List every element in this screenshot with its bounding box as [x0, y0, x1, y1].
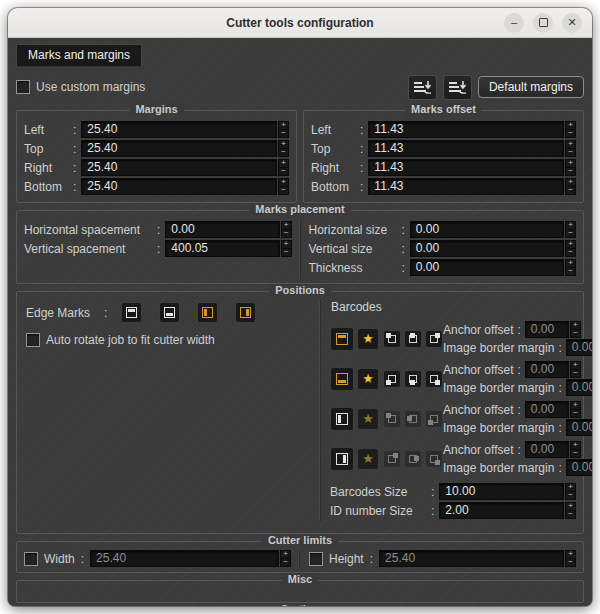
barcode-top-favorite-button[interactable]: ★ — [357, 328, 379, 350]
margin-right-field[interactable]: 25.40 — [81, 159, 277, 176]
barcode-right-border-margin-field[interactable]: 0.00 — [566, 459, 592, 476]
offset-bottom-field[interactable]: 11.43 — [368, 178, 564, 195]
barcode-left-bottom-pos-button[interactable] — [425, 410, 443, 428]
barcode-right-favorite-button[interactable]: ★ — [357, 448, 379, 470]
barcode-left-border-margin-field[interactable]: 0.00 — [566, 419, 592, 436]
colon: : — [402, 261, 405, 275]
barcode-top-left-pos-button[interactable] — [383, 330, 401, 348]
barcode-bottom-center-pos-button[interactable] — [404, 370, 422, 388]
barcodes-size-label: Barcodes Size — [330, 485, 426, 499]
save-margins-preset-button[interactable] — [408, 75, 437, 100]
barcodes-size-field[interactable]: 10.00 — [439, 483, 564, 500]
margin-right-spinner[interactable]: +− — [278, 159, 289, 176]
maximize-button[interactable] — [533, 13, 553, 33]
offset-top-spinner[interactable]: +− — [565, 140, 576, 157]
use-custom-margins-checkbox-row[interactable]: Use custom margins — [16, 80, 145, 94]
barcode-top-border-margin-field[interactable]: 0.00 — [566, 339, 592, 356]
margin-left-field[interactable]: 25.40 — [81, 121, 277, 138]
margin-left-spinner[interactable]: +− — [278, 121, 289, 138]
cutter-width-checkbox[interactable] — [24, 552, 38, 566]
margin-bottom-field[interactable]: 25.40 — [81, 178, 277, 195]
barcode-left-center-pos-button[interactable] — [404, 410, 422, 428]
barcode-right-bottom-pos-button[interactable] — [425, 450, 443, 468]
barcode-left-favorite-button[interactable]: ★ — [357, 408, 379, 430]
close-button[interactable]: ✕ — [562, 13, 582, 33]
misc-group: Misc — [16, 580, 584, 603]
barcode-top-center-pos-button[interactable] — [404, 330, 422, 348]
cutter-limits-group: Cutter limits Width: 25.40+− Height: 25.… — [16, 541, 584, 573]
tab-marks-and-margins[interactable]: Marks and margins — [16, 44, 142, 67]
barcode-top-anchor-offset-field[interactable]: 0.00 — [525, 321, 569, 338]
cutter-width-field[interactable]: 25.40 — [90, 550, 279, 567]
id-number-size-field[interactable]: 2.00 — [439, 502, 564, 519]
use-custom-margins-checkbox[interactable] — [16, 80, 30, 94]
barcode-bottom-border-margin-field[interactable]: 0.00 — [566, 379, 592, 396]
colon: : — [518, 443, 521, 457]
barcode-left-top-pos-button[interactable] — [383, 410, 401, 428]
barcode-right-button[interactable] — [330, 447, 354, 471]
edge-mark-top-button[interactable] — [121, 302, 142, 323]
spinner[interactable]: +− — [570, 321, 581, 338]
pos-mark-icon — [410, 380, 415, 385]
spinner[interactable]: +− — [565, 550, 576, 567]
edge-mark-right-button[interactable] — [235, 302, 256, 323]
margin-top-field[interactable]: 25.40 — [81, 140, 277, 157]
barcode-right-anchor-offset-field[interactable]: 0.00 — [525, 441, 569, 458]
image-border-margin-label: Image border margin — [443, 341, 554, 355]
offset-left-spinner[interactable]: +− — [565, 121, 576, 138]
edge-mark-bottom-button[interactable] — [159, 302, 180, 323]
margin-bottom-spinner[interactable]: +− — [278, 178, 289, 195]
vertical-spacement-field[interactable]: 400.05 — [165, 240, 279, 257]
barcode-right-center-pos-button[interactable] — [404, 450, 422, 468]
spinner[interactable]: +− — [280, 550, 291, 567]
thickness-field[interactable]: 0.00 — [410, 259, 564, 276]
spinner[interactable]: +− — [570, 441, 581, 458]
edge-mark-left-button[interactable] — [197, 302, 218, 323]
minimize-button[interactable]: – — [504, 13, 524, 33]
barcode-bottom-anchor-offset-field[interactable]: 0.00 — [525, 361, 569, 378]
default-margins-button[interactable]: Default margins — [478, 76, 584, 98]
offset-right-spinner[interactable]: +− — [565, 159, 576, 176]
barcode-top-right-pos-button[interactable] — [425, 330, 443, 348]
barcode-top-button[interactable] — [330, 327, 354, 351]
colon: : — [402, 223, 405, 237]
margin-top-spinner[interactable]: +− — [278, 140, 289, 157]
colon: : — [558, 421, 561, 435]
horizontal-spacement-spinner[interactable]: +− — [281, 221, 292, 238]
offset-left-field[interactable]: 11.43 — [368, 121, 564, 138]
vertical-size-spinner[interactable]: +− — [565, 240, 576, 257]
offset-bottom-spinner[interactable]: +− — [565, 178, 576, 195]
pos-mark-icon — [393, 453, 398, 458]
auto-rotate-checkbox[interactable] — [26, 333, 40, 347]
spinner[interactable]: +− — [565, 502, 576, 519]
barcode-bottom-favorite-button[interactable]: ★ — [357, 368, 379, 390]
anchor-offset-label: Anchor offset — [443, 403, 514, 417]
horizontal-spacement-field[interactable]: 0.00 — [165, 221, 279, 238]
barcode-bottom-button[interactable] — [330, 367, 354, 391]
colon: : — [104, 306, 107, 320]
positions-group-title: Positions — [269, 284, 331, 296]
spinner[interactable]: +− — [570, 361, 581, 378]
barcode-right-top-pos-button[interactable] — [383, 450, 401, 468]
cutter-height-checkbox[interactable] — [309, 552, 323, 566]
auto-rotate-checkbox-row[interactable]: Auto rotate job to fit cutter width — [26, 333, 314, 347]
thickness-spinner[interactable]: +− — [565, 259, 576, 276]
titlebar[interactable]: Cutter tools configuration – ✕ — [8, 8, 592, 38]
offset-right-row: Right: 11.43+− — [311, 159, 576, 176]
barcode-bottom-right-pos-button[interactable] — [425, 370, 443, 388]
spinner[interactable]: +− — [570, 401, 581, 418]
vertical-size-field[interactable]: 0.00 — [410, 240, 564, 257]
barcode-left-button[interactable] — [330, 407, 354, 431]
offset-right-field[interactable]: 11.43 — [368, 159, 564, 176]
barcode-left-anchor-offset-field[interactable]: 0.00 — [525, 401, 569, 418]
spinner[interactable]: +− — [565, 483, 576, 500]
cutter-height-field[interactable]: 25.40 — [379, 550, 564, 567]
horizontal-size-spinner[interactable]: +− — [565, 221, 576, 238]
pos-mark-icon — [428, 420, 433, 425]
offset-top-field[interactable]: 11.43 — [368, 140, 564, 157]
load-margins-preset-button[interactable] — [443, 75, 472, 100]
barcode-bottom-left-pos-button[interactable] — [383, 370, 401, 388]
star-icon: ★ — [362, 332, 374, 345]
vertical-spacement-spinner[interactable]: +− — [281, 240, 292, 257]
horizontal-size-field[interactable]: 0.00 — [410, 221, 564, 238]
